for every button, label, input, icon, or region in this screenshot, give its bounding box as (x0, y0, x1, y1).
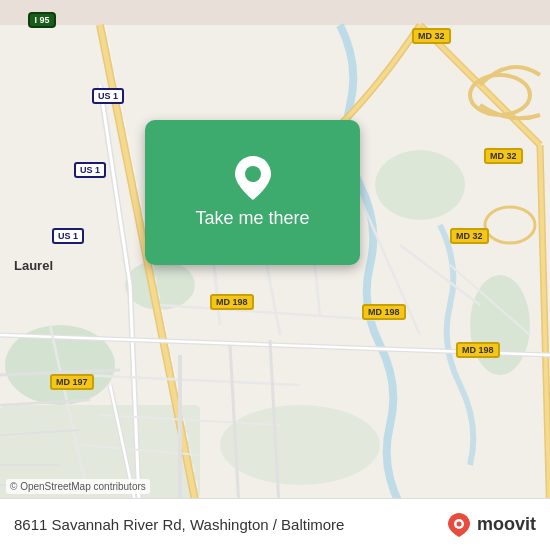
svg-point-3 (375, 150, 465, 220)
road-badge-md32-mid: MD 32 (484, 148, 523, 164)
road-badge-md198-far: MD 198 (456, 342, 500, 358)
road-badge-us1-mid: US 1 (74, 162, 106, 178)
road-badge-us1-bot: US 1 (52, 228, 84, 244)
road-badge-us1-top: US 1 (92, 88, 124, 104)
city-label-laurel: Laurel (14, 258, 53, 273)
map-background (0, 0, 550, 550)
svg-point-2 (125, 260, 195, 310)
road-badge-md198-left: MD 198 (210, 294, 254, 310)
moovit-logo: moovit (445, 511, 536, 539)
moovit-icon (445, 511, 473, 539)
road-badge-md32-top: MD 32 (412, 28, 451, 44)
road-badge-md32-bot: MD 32 (450, 228, 489, 244)
moovit-text: moovit (477, 514, 536, 535)
svg-point-6 (220, 405, 380, 485)
bottom-bar: 8611 Savannah River Rd, Washington / Bal… (0, 498, 550, 550)
road-badge-md197: MD 197 (50, 374, 94, 390)
road-badge-md198-right: MD 198 (362, 304, 406, 320)
popup-card[interactable]: Take me there (145, 120, 360, 265)
svg-point-9 (245, 166, 261, 182)
location-pin-icon (235, 156, 271, 200)
road-badge-i95: I 95 (28, 12, 56, 28)
map-container: I 95 US 1 US 1 US 1 MD 32 MD 32 MD 32 MD… (0, 0, 550, 550)
map-attribution: © OpenStreetMap contributors (6, 479, 150, 494)
popup-label: Take me there (195, 208, 309, 229)
svg-point-11 (456, 521, 461, 526)
address-text: 8611 Savannah River Rd, Washington / Bal… (14, 516, 344, 533)
